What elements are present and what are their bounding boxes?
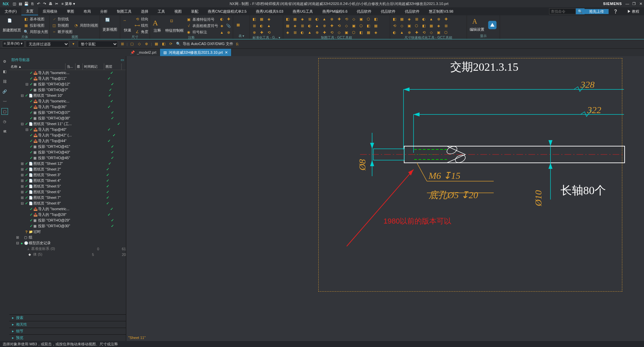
tree-node[interactable]: ✓📥导入的 "Top@42" (...✓ [9, 132, 126, 138]
ribbon-tool-icon[interactable]: ⟲ [329, 29, 335, 35]
rail-icon-active[interactable]: ▢ [1, 108, 8, 115]
saveall-icon[interactable]: ⎘ [29, 1, 35, 7]
tb-icon-2[interactable]: ▢ [129, 41, 135, 47]
ribbon-tool-icon[interactable]: ◈ [292, 23, 298, 29]
tree-node[interactable]: ✓▦投影 "ORTHO@30"✓ [9, 223, 126, 229]
accordion-细节[interactable]: ▸细节 [9, 328, 126, 334]
ribbon-tool-icon[interactable]: ✚ [259, 29, 265, 35]
ribbon-tool-icon[interactable]: ◇ [336, 29, 342, 35]
tree-node[interactable]: ⟂基准坐标系 (0)061 [9, 246, 126, 252]
ribbon-tool-icon[interactable]: ⊞ [414, 16, 420, 22]
tree-node[interactable]: ⊟●🕘模型历史记录 [9, 240, 126, 246]
col-timestamp[interactable]: 时间戳记 [83, 63, 104, 70]
fcf-button[interactable]: ⊡特征控制框 [164, 18, 185, 34]
rail-icon-link[interactable]: 🔗 [1, 88, 8, 95]
ribbon-tool-icon[interactable]: ◐ [391, 29, 397, 35]
restore-icon[interactable]: ❐ [631, 0, 637, 7]
tree-sheet-node[interactable]: ⊞✓📄图纸页 "Sheet 7"✓ [9, 195, 126, 201]
break-view-button[interactable]: ⎓断开视图 [51, 29, 72, 35]
rail-icon-cube[interactable]: ◧ [1, 68, 8, 75]
nav-menu-icon[interactable]: ▭ [121, 58, 124, 62]
menu-tab-13[interactable]: 燕秀UG工具 [288, 7, 318, 15]
export-ext-icon[interactable]: ⎘ [234, 41, 240, 47]
anno-icon-6[interactable]: ⊕ [225, 29, 231, 35]
ribbon-tool-icon[interactable]: ▲ [428, 16, 434, 22]
ribbon-tool-icon[interactable]: ◐ [307, 23, 313, 29]
ribbon-tool-icon[interactable]: ▣ [406, 23, 412, 29]
col-name[interactable]: 名称 ▲ [9, 63, 65, 70]
radial-dim-button[interactable]: ⟲径向 [134, 16, 148, 22]
ribbon-tool-icon[interactable]: ◐ [259, 23, 265, 29]
ribbon-tool-icon[interactable]: ✚ [414, 29, 420, 35]
tb-icon-1[interactable]: ⊞ [119, 41, 125, 47]
print-icon[interactable]: 🖶 [47, 1, 53, 7]
tree-sheet-node[interactable]: ⊞✓📄图纸页 "Sheet 5"✓ [9, 184, 126, 189]
edit-settings-button[interactable]: A编辑设置 [468, 17, 486, 33]
anno-icon-2[interactable]: ◈ [219, 23, 225, 29]
update-view-button[interactable]: 🔄更新视图 [101, 17, 119, 33]
ribbon-tool-icon[interactable]: ◧ [251, 16, 257, 22]
ribbon-tool-icon[interactable]: ◧ [391, 16, 397, 22]
tree-node[interactable]: ✓📥导入的 "Isometric...✓ [9, 70, 126, 76]
new-sheet-button[interactable]: 📄新建图纸页 [1, 18, 22, 33]
tb-icon-6[interactable]: ◧ [161, 41, 167, 47]
ribbon-tool-icon[interactable]: ✚ [336, 16, 342, 22]
tree-node[interactable]: ✓▦投影 "ORTHO@29"✓ [9, 218, 126, 223]
menu-tab-14[interactable]: 燕秀PM编程6.6 [318, 7, 352, 15]
ribbon-tool-icon[interactable]: ⊕ [436, 16, 442, 22]
menu-tab-10[interactable]: 装配 [186, 7, 203, 15]
anno-icon-1[interactable]: ◐ [219, 16, 225, 22]
tree-node[interactable]: ⊞▢组 [9, 235, 126, 240]
ribbon-tool-icon[interactable]: ▦ [373, 23, 379, 29]
save-icon[interactable]: 💾 [23, 1, 29, 7]
ribbon-tool-icon[interactable]: ▦ [292, 16, 298, 22]
ribbon-tool-icon[interactable]: ✚ [329, 23, 335, 29]
command-search-input[interactable] [549, 8, 576, 14]
menu-tab-15[interactable]: 优品软件 [352, 7, 376, 15]
ribbon-tool-icon[interactable]: ▲ [321, 16, 327, 22]
tree-sheet-node[interactable]: ⊞✓📄图纸页 "Sheet 2"✓ [9, 166, 126, 172]
datum-button[interactable]: ▣基准特征符号 [186, 16, 218, 22]
tutorial-button[interactable]: ▶ 教程 [623, 9, 644, 14]
cut-icon[interactable]: ✂ [53, 1, 59, 7]
ribbon-tool-icon[interactable]: ⟲ [343, 16, 349, 22]
ribbon-tool-icon[interactable]: ⬡ [358, 23, 364, 29]
menu-tab-3[interactable]: 草图 [62, 7, 79, 15]
tab-close-icon[interactable]: ✕ [225, 50, 228, 55]
menu-tab-6[interactable]: 制图工具 [112, 7, 136, 15]
help-icon[interactable]: ❔ [609, 9, 623, 14]
ribbon-tool-icon[interactable]: ◐ [299, 29, 305, 35]
upload-button[interactable]: 抢先上传 [585, 9, 609, 14]
col-latest[interactable]: 最 [75, 63, 83, 70]
tb-icon-5[interactable]: ▦ [153, 41, 159, 47]
ribbon-tool-icon[interactable]: ⊕ [314, 29, 320, 35]
menu-tab-11[interactable]: 燕秀CNC超级程式单2.5 [203, 7, 251, 15]
ribbon-tool-icon[interactable]: ⊞ [251, 23, 257, 29]
ribbon-tool-icon[interactable]: ⊞ [299, 23, 305, 29]
ribbon-tool-icon[interactable]: ▦ [259, 16, 265, 22]
ribbon-tool-icon[interactable]: ◐ [421, 16, 427, 22]
menu-tab-4[interactable]: 布局 [79, 7, 96, 15]
ribbon-tool-icon[interactable]: ◇ [399, 23, 405, 29]
tree-node[interactable]: ✓▦投影 "ORTHO@38"✓ [9, 115, 126, 121]
base-view-button[interactable]: ◧基本视图 [23, 16, 48, 22]
tree-node[interactable]: ✓📥导入的 "Top@36"✓ [9, 104, 126, 110]
menu-tab-16[interactable]: 优品软件 [376, 7, 400, 15]
ribbon-tool-icon[interactable]: ▦ [399, 16, 405, 22]
menu-tab-2[interactable]: 应用模块 [38, 7, 62, 15]
ribbon-tool-icon[interactable]: ▦ [428, 23, 434, 29]
ribbon-tool-icon[interactable]: ⬡ [365, 16, 371, 22]
col-layer[interactable]: 图层 [104, 63, 122, 70]
quick-dim-button[interactable]: ↔快速 [122, 18, 134, 33]
accordion-搜索[interactable]: ▸搜索 [9, 314, 126, 321]
note-button[interactable]: A注释 [151, 18, 163, 34]
ribbon-tool-icon[interactable]: ▣ [351, 23, 357, 29]
ribbon-tool-icon[interactable]: ◐ [314, 16, 320, 22]
tree-node[interactable]: ✓▦投影 "ORTHO@41"✓ [9, 144, 126, 149]
filter-icon[interactable]: ▾ [70, 41, 76, 47]
menu-tab-0[interactable]: 文件(F) [0, 7, 21, 15]
nav-tree[interactable]: ✓📥导入的 "Isometric...✓✓📥导入的 "Top@11"✓⊟✓▦投影… [9, 70, 126, 314]
ribbon-tool-icon[interactable]: ◧ [373, 16, 379, 22]
proj-view-button[interactable]: ▦投影视图 [23, 22, 48, 28]
table-icon[interactable]: ▦ [234, 21, 242, 29]
